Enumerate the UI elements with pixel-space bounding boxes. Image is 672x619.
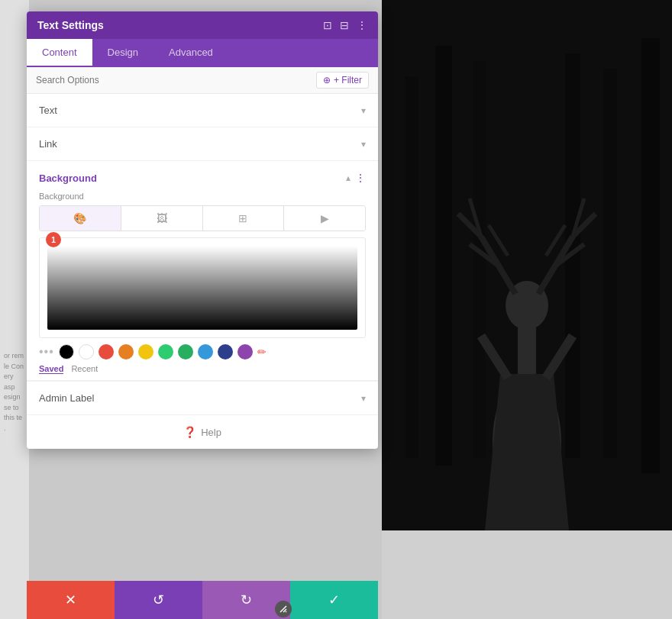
admin-label-accordion-header[interactable]: Admin Label ▾ <box>27 382 378 414</box>
panel-header: Text Settings ⊡ ⊟ ⋮ <box>27 11 378 39</box>
text-chevron-icon: ▾ <box>361 105 366 116</box>
admin-label-text: Admin Label <box>39 392 94 404</box>
video-icon: ▶ <box>321 212 329 224</box>
link-section: Link ▾ <box>27 127 378 161</box>
background-type-tabs: 🎨 🖼 ⊞ ▶ <box>39 205 366 231</box>
fullscreen-icon[interactable]: ⊡ <box>323 19 332 31</box>
bg-tab-gradient[interactable]: ⊞ <box>203 206 285 231</box>
tab-design[interactable]: Design <box>92 39 153 67</box>
page-left-bg <box>0 0 29 619</box>
filter-button[interactable]: ⊕ + Filter <box>316 72 369 89</box>
background-title: Background <box>39 172 97 184</box>
background-chevron-icon: ▴ <box>346 172 351 183</box>
bg-tab-video[interactable]: ▶ <box>284 206 365 231</box>
help-icon: ❓ <box>183 426 196 438</box>
redo-icon: ↻ <box>241 592 252 608</box>
svg-line-24 <box>280 606 286 612</box>
resize-handle[interactable] <box>275 601 292 617</box>
filter-icon: ⊕ <box>323 75 331 85</box>
gradient-icon: ⊞ <box>238 212 247 224</box>
svg-line-26 <box>286 611 286 612</box>
swatch-light-green[interactable] <box>158 344 173 359</box>
columns-icon[interactable]: ⊟ <box>340 19 349 31</box>
bg-tab-image[interactable]: 🖼 <box>121 206 203 231</box>
color-spectrum[interactable] <box>47 246 357 330</box>
swatch-black[interactable] <box>59 344 74 359</box>
saved-tab[interactable]: Saved <box>39 364 63 374</box>
more-swatches-icon[interactable]: ••• <box>39 345 54 359</box>
recent-tab[interactable]: Recent <box>71 364 98 374</box>
action-bar: ✕ ↺ ↻ ✓ <box>27 581 378 619</box>
panel-header-icons: ⊡ ⊟ ⋮ <box>323 19 367 31</box>
confirm-button[interactable]: ✓ <box>290 581 378 619</box>
svg-rect-1 <box>405 76 418 458</box>
swatch-dark-green[interactable] <box>178 344 193 359</box>
background-menu-icon[interactable]: ⋮ <box>355 172 366 184</box>
swatch-blue[interactable] <box>198 344 213 359</box>
search-input[interactable] <box>36 75 316 85</box>
panel-tabs: Content Design Advanced <box>27 39 378 67</box>
search-bar: ⊕ + Filter <box>27 67 378 94</box>
svg-rect-2 <box>435 46 452 466</box>
admin-label-section: Admin Label ▾ <box>27 381 378 415</box>
color-badge: 1 <box>46 232 61 247</box>
more-icon[interactable]: ⋮ <box>357 19 367 31</box>
background-section: Background ▴ ⋮ Background 🎨 🖼 ⊞ ▶ 1 <box>27 161 378 381</box>
swatch-dark-blue[interactable] <box>218 344 233 359</box>
swatch-orange[interactable] <box>118 344 134 359</box>
svg-rect-3 <box>473 61 486 458</box>
link-chevron-icon: ▾ <box>361 139 366 150</box>
background-accordion-header[interactable]: Background ▴ ⋮ <box>27 161 378 192</box>
swatch-white[interactable] <box>79 344 94 359</box>
sidebar-content: or rem le Con ery asp esign se to this t… <box>4 352 24 432</box>
swatch-yellow[interactable] <box>138 344 153 359</box>
text-accordion-header[interactable]: Text ▾ <box>27 94 378 127</box>
panel-title: Text Settings <box>37 19 104 31</box>
tab-advanced[interactable]: Advanced <box>153 39 228 67</box>
background-sublabel: Background <box>27 192 378 205</box>
swatch-purple[interactable] <box>237 344 253 359</box>
sidebar-text: or rem le Con ery asp esign se to this t… <box>0 347 29 437</box>
help-row: ❓ Help <box>27 415 378 449</box>
swatch-red[interactable] <box>99 344 114 359</box>
bg-tab-color[interactable]: 🎨 <box>40 206 121 231</box>
help-label[interactable]: Help <box>201 427 221 438</box>
tab-content[interactable]: Content <box>27 39 92 67</box>
svg-rect-5 <box>603 69 617 458</box>
color-tabs-row: Saved Recent <box>27 363 378 380</box>
cancel-icon: ✕ <box>65 592 76 608</box>
undo-icon: ↺ <box>153 592 164 608</box>
color-fill-icon: 🎨 <box>73 212 86 224</box>
background-photo <box>382 0 672 530</box>
text-label: Text <box>39 105 57 116</box>
edit-color-icon[interactable]: ✏ <box>257 346 267 358</box>
confirm-icon: ✓ <box>328 592 340 608</box>
page-bottom-right-bg <box>382 530 672 619</box>
link-accordion-header[interactable]: Link ▾ <box>27 127 378 160</box>
text-settings-panel: Text Settings ⊡ ⊟ ⋮ Content Design Advan… <box>27 11 378 449</box>
text-section: Text ▾ <box>27 94 378 127</box>
cancel-button[interactable]: ✕ <box>27 581 115 619</box>
undo-button[interactable]: ↺ <box>115 581 202 619</box>
link-label: Link <box>39 138 57 150</box>
color-picker-area: 1 <box>39 237 366 338</box>
background-header-icons: ▴ ⋮ <box>346 172 366 184</box>
svg-rect-6 <box>641 38 660 473</box>
photo-inner <box>382 0 672 530</box>
color-swatches-row: ••• ✏ <box>27 338 378 363</box>
image-icon: 🖼 <box>157 212 167 224</box>
admin-label-chevron-icon: ▾ <box>361 393 366 404</box>
